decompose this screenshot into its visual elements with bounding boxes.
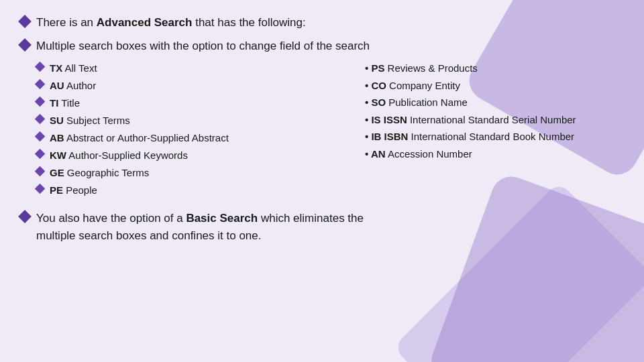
right-list: PS Reviews & Products CO Company Entity …: [365, 61, 624, 162]
main-content: There is an Advanced Search that has the…: [0, 0, 644, 261]
item-isbn: IB ISBN International Standard Book Numb…: [365, 129, 624, 145]
item-kw: KW Author-Supplied Keywords: [36, 148, 365, 162]
item-su-text: SU Subject Terms: [50, 113, 130, 127]
item-ab-text: AB Abstract or Author-Supplied Abstract: [50, 131, 229, 145]
item-kw-text: KW Author-Supplied Keywords: [50, 148, 188, 162]
sub-diamond-icon: [35, 114, 46, 125]
bottom-section: You also have the option of a Basic Sear…: [20, 210, 624, 244]
item-ab: AB Abstract or Author-Supplied Abstract: [36, 131, 365, 145]
item-pe-text: PE People: [50, 183, 97, 197]
item-issn: IS ISSN International Standard Serial Nu…: [365, 113, 624, 128]
item-pe: PE People: [36, 183, 365, 197]
diamond-icon-3: [18, 210, 32, 223]
item-ps: PS Reviews & Products: [365, 61, 624, 76]
sub-diamond-icon: [35, 79, 46, 90]
bullet-there: There is an Advanced Search that has the…: [20, 15, 624, 32]
item-ti-text: TI Title: [50, 96, 80, 110]
bullet-multiple-text: Multiple search boxes with the option to…: [36, 38, 370, 55]
bullet-there-text: There is an Advanced Search that has the…: [36, 15, 306, 32]
bullet-you: You also have the option of a Basic Sear…: [20, 210, 624, 244]
item-ge-text: GE Geographic Terms: [50, 166, 149, 180]
item-so: SO Publication Name: [365, 95, 624, 111]
item-ge: GE Geographic Terms: [36, 166, 365, 180]
item-su: SU Subject Terms: [36, 113, 365, 127]
item-co: CO Company Entity: [365, 78, 624, 94]
bottom-text: You also have the option of a Basic Sear…: [36, 210, 364, 244]
item-an: AN Accession Number: [365, 147, 624, 162]
sub-diamond-icon: [35, 149, 46, 160]
right-column: PS Reviews & Products CO Company Entity …: [365, 61, 624, 200]
item-tx-text: TX All Text: [50, 61, 97, 75]
left-column: TX All Text AU Author TI Title SU Subjec…: [36, 61, 365, 200]
sub-diamond-icon: [35, 97, 46, 107]
columns-area: TX All Text AU Author TI Title SU Subjec…: [36, 61, 624, 200]
item-ti: TI Title: [36, 96, 365, 110]
sub-diamond-icon: [35, 166, 46, 177]
diamond-icon-2: [18, 38, 32, 52]
item-au: AU Author: [36, 78, 365, 93]
item-tx: TX All Text: [36, 61, 365, 75]
diamond-icon-1: [18, 15, 32, 28]
sub-diamond-icon: [35, 184, 46, 194]
sub-diamond-icon: [35, 62, 46, 72]
item-au-text: AU Author: [50, 78, 96, 93]
bullet-multiple: Multiple search boxes with the option to…: [20, 38, 624, 55]
sub-diamond-icon: [35, 131, 46, 142]
